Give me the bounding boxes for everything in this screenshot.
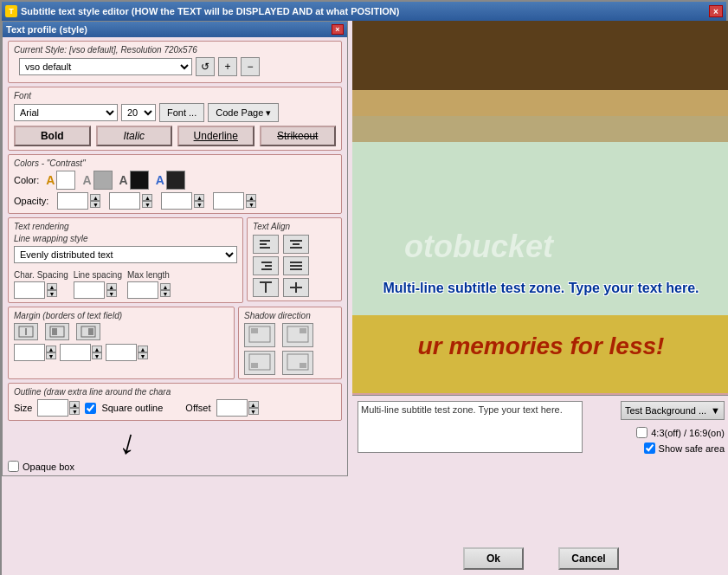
opacity-up-4[interactable]: ▲ bbox=[246, 194, 256, 201]
max-length-up[interactable]: ▲ bbox=[160, 283, 171, 290]
main-close-button[interactable]: × bbox=[709, 5, 723, 17]
char-spacing-up[interactable]: ▲ bbox=[47, 283, 57, 290]
align-middle-button[interactable] bbox=[283, 278, 309, 297]
text-render-label: Text rendering bbox=[14, 222, 237, 231]
max-length-down[interactable]: ▼ bbox=[160, 290, 171, 297]
color-swatch-2[interactable] bbox=[93, 171, 113, 190]
square-outline-checkbox[interactable] bbox=[85, 403, 96, 414]
outline-size-input[interactable]: 1 bbox=[37, 399, 68, 417]
safe-area-checkbox[interactable] bbox=[644, 443, 655, 454]
align-left-button[interactable] bbox=[253, 235, 279, 254]
margin-2-up[interactable]: ▲ bbox=[92, 346, 102, 352]
opacity-up-2[interactable]: ▲ bbox=[142, 194, 152, 201]
sub-close-button[interactable]: × bbox=[332, 24, 344, 35]
italic-button[interactable]: Italic bbox=[96, 126, 173, 146]
align-justify-button[interactable] bbox=[283, 256, 309, 275]
cancel-button[interactable]: Cancel bbox=[558, 547, 619, 570]
outline-offset-up[interactable]: ▲ bbox=[248, 401, 259, 408]
line-spacing-input[interactable]: 0 bbox=[74, 281, 105, 299]
margin-2-down[interactable]: ▼ bbox=[92, 352, 102, 359]
opacity-input-4[interactable]: 0 bbox=[213, 192, 244, 210]
code-page-button[interactable]: Code Page ▾ bbox=[208, 103, 279, 122]
outline-size-up[interactable]: ▲ bbox=[69, 401, 80, 408]
line-wrap-label: Line wrapping style bbox=[14, 234, 237, 243]
margin-val-2-input[interactable]: 75 bbox=[60, 344, 91, 361]
color-label: Color: bbox=[14, 175, 39, 185]
opaque-box-label: Opaque box bbox=[23, 462, 74, 472]
outline-size-down[interactable]: ▼ bbox=[69, 408, 80, 415]
ok-button[interactable]: Ok bbox=[463, 547, 524, 570]
opacity-down-1[interactable]: ▼ bbox=[90, 201, 100, 208]
margin-right-icon[interactable] bbox=[76, 323, 100, 340]
outline-section-label: Outline (draw extra line around the char… bbox=[14, 387, 336, 397]
margin-val-1-input[interactable]: 75 bbox=[14, 344, 45, 361]
char-spacing-down[interactable]: ▼ bbox=[47, 290, 57, 297]
align-right-button[interactable] bbox=[253, 256, 279, 275]
outline-offset-label: Offset bbox=[185, 403, 210, 413]
opacity-down-3[interactable]: ▼ bbox=[194, 201, 204, 208]
line-spacing-down[interactable]: ▼ bbox=[106, 290, 117, 297]
ratio-checkbox[interactable] bbox=[636, 427, 647, 438]
remove-style-icon[interactable]: − bbox=[241, 57, 260, 76]
current-style-section: Current Style: [vso default], Resolution… bbox=[8, 41, 342, 83]
color-text-icon-1: A bbox=[46, 173, 55, 187]
colors-section-label: Colors - "Contrast" bbox=[14, 158, 336, 168]
style-select[interactable]: vso default bbox=[19, 58, 192, 75]
margin-3-up[interactable]: ▲ bbox=[138, 346, 148, 352]
align-center-button[interactable] bbox=[283, 235, 309, 254]
opacity-input-1[interactable]: 100 bbox=[57, 192, 88, 210]
font-name-select[interactable]: Arial bbox=[14, 104, 118, 121]
shadow-bottomleft-button[interactable] bbox=[244, 351, 275, 375]
strikeout-button[interactable]: Strikeout bbox=[260, 126, 337, 146]
margin-1-up[interactable]: ▲ bbox=[46, 346, 56, 352]
opacity-down-4[interactable]: ▼ bbox=[246, 201, 256, 208]
line-wrap-select[interactable]: Evenly distributed text bbox=[14, 246, 237, 263]
opacity-down-2[interactable]: ▼ bbox=[142, 201, 152, 208]
text-align-section: Text Align bbox=[247, 217, 342, 301]
line-spacing-up[interactable]: ▲ bbox=[106, 283, 117, 290]
opacity-up-1[interactable]: ▲ bbox=[90, 194, 100, 201]
margin-left-icon[interactable] bbox=[45, 323, 69, 340]
spacing-row: Char. Spacing 0 ▲ ▼ Line bbox=[14, 270, 237, 299]
ok-cancel-row: Ok Cancel bbox=[352, 547, 728, 570]
align-top-button[interactable] bbox=[253, 278, 279, 297]
outline-offset-input[interactable]: 2 bbox=[216, 399, 248, 417]
max-length-label: Max length bbox=[127, 270, 171, 280]
margin-center-icon[interactable] bbox=[14, 323, 38, 340]
ratio-label: 4:3(off) / 16:9(on) bbox=[651, 428, 725, 438]
shadow-topright-button[interactable] bbox=[282, 323, 313, 347]
text-align-label: Text Align bbox=[253, 222, 336, 231]
safe-area-label: Show safe area bbox=[659, 443, 725, 454]
margin-3-down[interactable]: ▼ bbox=[138, 352, 148, 359]
test-background-button[interactable]: Test Background ... ▼ bbox=[621, 401, 725, 420]
color-text-icon-2: A bbox=[82, 173, 91, 187]
opacity-spin-2: ▲ ▼ bbox=[142, 194, 152, 208]
font-dialog-button[interactable]: Font ... bbox=[159, 103, 204, 122]
char-spacing-input[interactable]: 0 bbox=[14, 281, 45, 299]
opacity-input-3[interactable]: 50 bbox=[161, 192, 192, 210]
line-spacing-spin: ▲ ▼ bbox=[106, 283, 117, 297]
bg-band-tan bbox=[352, 90, 728, 116]
preview-text-display[interactable]: Multi-line subtitle test zone. Type your… bbox=[358, 401, 583, 453]
opacity-input-2[interactable]: 100 bbox=[109, 192, 140, 210]
shadow-bottomright-button[interactable] bbox=[282, 351, 313, 375]
opacity-up-3[interactable]: ▲ bbox=[194, 194, 204, 201]
outline-offset-down[interactable]: ▼ bbox=[248, 408, 259, 415]
add-style-icon[interactable]: + bbox=[218, 57, 237, 76]
outline-section: Outline (draw extra line around the char… bbox=[8, 383, 342, 421]
outline-size-spin: ▲ ▼ bbox=[69, 401, 80, 415]
margin-1-down[interactable]: ▼ bbox=[46, 352, 56, 359]
font-size-select[interactable]: 20 bbox=[121, 104, 156, 121]
max-length-input[interactable]: 80 bbox=[127, 281, 158, 299]
margin-val-3-input[interactable]: 49 bbox=[106, 344, 137, 361]
reload-icon[interactable]: ↺ bbox=[196, 57, 215, 76]
color-swatch-1[interactable] bbox=[56, 171, 75, 190]
color-swatch-3[interactable] bbox=[130, 171, 149, 190]
outline-row: Size 1 ▲ ▼ Square outline Offset 2 bbox=[14, 399, 336, 417]
shadow-topleft-button[interactable] bbox=[244, 323, 275, 347]
bold-button[interactable]: Bold bbox=[14, 126, 91, 146]
opaque-box-checkbox[interactable] bbox=[8, 461, 19, 472]
subtitle-preview-text[interactable]: Multi-line subtitle test zone. Type your… bbox=[370, 281, 712, 296]
underline-button[interactable]: Underline bbox=[177, 126, 254, 146]
color-swatch-4[interactable] bbox=[166, 171, 185, 190]
